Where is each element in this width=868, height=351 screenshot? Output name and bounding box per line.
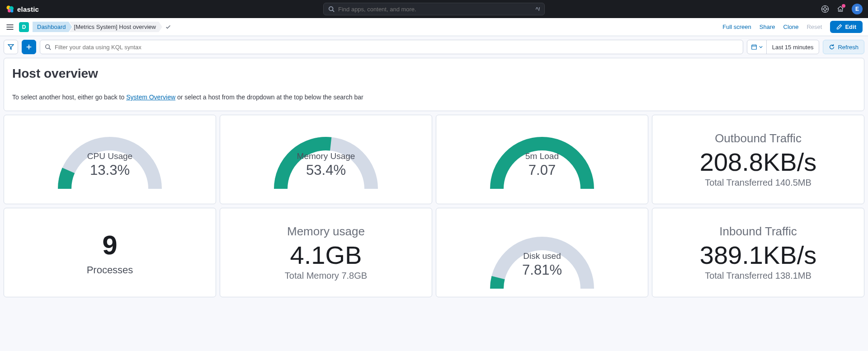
svg-marker-15: [8, 45, 14, 50]
breadcrumb-current: [Metrics System] Host overview: [70, 22, 162, 32]
load-gauge: 5m Load 7.07: [479, 126, 605, 193]
brand-name: elastic: [17, 5, 39, 13]
elastic-logo-icon: [5, 5, 14, 14]
search-icon: [328, 6, 335, 12]
edit-button-label: Edit: [845, 23, 856, 30]
panels-grid: CPU Usage 13.3% Memory Usage 53.4%: [4, 115, 864, 297]
disk-gauge-title: Disk used: [479, 251, 605, 261]
inbound-sub: Total Transferred 138.1MB: [700, 271, 816, 281]
processes-value: 9: [102, 229, 117, 261]
dashboard-body: Host overview To select another host, ei…: [0, 58, 868, 301]
kql-input[interactable]: [55, 44, 738, 51]
cpu-gauge: CPU Usage 13.3%: [47, 126, 173, 193]
time-picker[interactable]: Last 15 minutes: [747, 40, 820, 54]
cpu-gauge-value: 13.3%: [47, 162, 173, 178]
intro-panel: Host overview To select another host, ei…: [4, 58, 864, 111]
mem-abs-sub: Total Memory 7.8GB: [285, 271, 367, 281]
edit-button[interactable]: Edit: [830, 21, 863, 33]
nav-toggle-icon[interactable]: [5, 23, 14, 32]
brand-logo[interactable]: elastic: [5, 5, 39, 14]
refresh-button[interactable]: Refresh: [823, 40, 864, 54]
outbound-title: Outbound Traffic: [700, 131, 816, 145]
outbound-value: 208.8KB/s: [700, 147, 816, 177]
refresh-button-label: Refresh: [838, 44, 859, 51]
svg-point-18: [46, 45, 50, 49]
system-overview-link[interactable]: System Overview: [126, 94, 175, 101]
panel-memory-absolute: Memory usage 4.1GB Total Memory 7.8GB: [220, 208, 432, 297]
svg-line-5: [333, 10, 335, 12]
memory-gauge-title: Memory Usage: [263, 151, 389, 161]
fullscreen-button[interactable]: Full screen: [722, 23, 751, 30]
disk-gauge: Disk used 7.81%: [479, 225, 605, 293]
refresh-icon: [829, 44, 835, 50]
reset-button: Reset: [807, 23, 822, 30]
pencil-icon: [836, 24, 842, 30]
search-icon: [45, 44, 51, 50]
share-button[interactable]: Share: [760, 23, 775, 30]
check-icon: [165, 24, 171, 30]
query-bar: Last 15 minutes Refresh: [0, 36, 868, 58]
svg-point-3: [10, 9, 13, 12]
svg-point-4: [329, 7, 333, 11]
inbound-value: 389.1KB/s: [700, 240, 816, 270]
svg-point-7: [824, 8, 826, 10]
mem-abs-title: Memory usage: [285, 225, 367, 239]
global-search[interactable]: ^/: [323, 3, 545, 15]
panel-outbound-traffic: Outbound Traffic 208.8KB/s Total Transfe…: [652, 115, 864, 204]
panel-processes: 9 Processes: [4, 208, 216, 297]
outbound-sub: Total Transferred 140.5MB: [700, 178, 816, 188]
inbound-title: Inbound Traffic: [700, 225, 816, 239]
breadcrumb: Dashboard [Metrics System] Host overview: [33, 22, 171, 32]
time-range-label[interactable]: Last 15 minutes: [767, 44, 819, 51]
panel-load-5m: 5m Load 7.07: [436, 115, 648, 204]
panel-disk-used: Disk used 7.81%: [436, 208, 648, 297]
panel-inbound-traffic: Inbound Traffic 389.1KB/s Total Transfer…: [652, 208, 864, 297]
processes-label: Processes: [87, 264, 133, 276]
filter-button[interactable]: [4, 40, 18, 54]
time-picker-calendar-button[interactable]: [747, 40, 767, 54]
app-header: D Dashboard [Metrics System] Host overvi…: [0, 18, 868, 36]
app-header-actions: Full screen Share Clone Reset Edit: [722, 21, 863, 33]
mem-abs-value: 4.1GB: [285, 240, 367, 270]
page-title: Host overview: [12, 66, 856, 81]
global-header: elastic ^/ E: [0, 0, 868, 18]
header-right-group: E: [821, 4, 863, 14]
kql-input-wrapper[interactable]: [40, 40, 743, 54]
svg-rect-20: [751, 45, 756, 50]
plus-icon: [26, 44, 32, 50]
memory-gauge-value: 53.4%: [263, 162, 389, 178]
filter-icon: [8, 44, 14, 50]
chevron-down-icon: [759, 45, 763, 49]
svg-line-19: [49, 48, 51, 50]
breadcrumb-dashboard[interactable]: Dashboard: [33, 22, 72, 32]
user-avatar[interactable]: E: [852, 4, 863, 14]
load-gauge-value: 7.07: [479, 162, 605, 178]
intro-text: To select another host, either go back t…: [12, 94, 856, 101]
disk-gauge-value: 7.81%: [479, 262, 605, 278]
intro-text-post: or select a host from the dropdown at th…: [175, 94, 363, 101]
load-gauge-title: 5m Load: [479, 151, 605, 161]
search-shortcut-hint: ^/: [536, 6, 540, 12]
calendar-icon: [751, 44, 757, 50]
cpu-gauge-title: CPU Usage: [47, 151, 173, 161]
panel-cpu-usage: CPU Usage 13.3%: [4, 115, 216, 204]
global-search-input[interactable]: [338, 6, 536, 13]
clone-button[interactable]: Clone: [783, 23, 799, 30]
panel-memory-usage: Memory Usage 53.4%: [220, 115, 432, 204]
newsfeed-icon[interactable]: [836, 5, 844, 13]
add-filter-button[interactable]: [22, 40, 36, 54]
intro-text-pre: To select another host, either go back t…: [12, 94, 126, 101]
memory-gauge: Memory Usage 53.4%: [263, 126, 389, 193]
notification-dot: [842, 4, 845, 8]
help-icon[interactable]: [821, 5, 829, 13]
app-badge[interactable]: D: [19, 22, 29, 32]
